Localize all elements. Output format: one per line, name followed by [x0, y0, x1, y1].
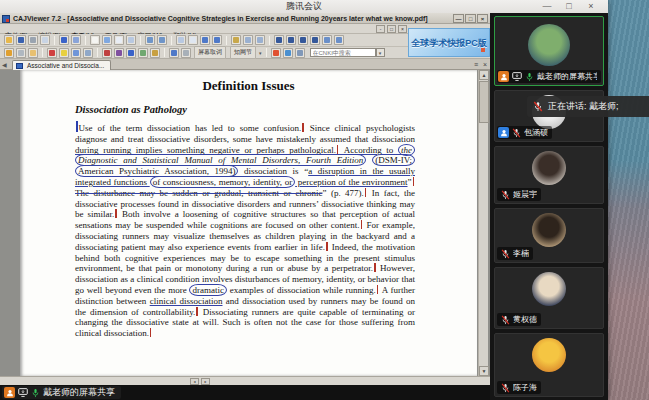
doc-close-button[interactable]: ×	[398, 25, 407, 33]
doc-restore-button[interactable]: □	[387, 25, 396, 33]
cnki-express-banner[interactable]: 全球学术快报PC版	[408, 28, 490, 57]
meeting-close-button[interactable]: ×	[582, 0, 600, 13]
caj-maximize-button[interactable]: □	[465, 14, 476, 23]
zoom-level-icon[interactable]	[188, 35, 198, 45]
avatar	[528, 24, 570, 66]
rotate-left-icon[interactable]	[145, 35, 155, 45]
annotation-caret	[361, 220, 363, 229]
text-segment: ” (p. 477).	[322, 188, 363, 198]
search-dropdown-icon[interactable]: ▾	[376, 48, 385, 57]
text-segment: ”	[408, 177, 412, 187]
print-icon[interactable]	[28, 35, 38, 45]
meeting-maximize-button[interactable]: □	[560, 0, 578, 13]
arrow-tool-icon[interactable]	[126, 48, 136, 58]
caj-status-bar: ◂ ▸	[0, 376, 490, 385]
prev-result-icon[interactable]	[243, 35, 253, 45]
back-view-icon[interactable]	[322, 35, 332, 45]
page-single-icon[interactable]	[90, 35, 100, 45]
mic-on-icon	[525, 72, 534, 82]
dropdown-arrow-icon[interactable]: ▾	[259, 50, 262, 56]
capture-icon[interactable]	[181, 48, 191, 58]
strikeout-tool-icon[interactable]	[114, 48, 124, 58]
save-icon[interactable]	[16, 35, 26, 45]
cnki-search-input[interactable]	[310, 48, 376, 57]
participant-tile[interactable]: 戴老师的屏幕共享	[494, 16, 604, 86]
zoom-in-icon[interactable]	[200, 35, 210, 45]
text-segment: dissociation is “	[238, 166, 308, 176]
hscroll-left-icon[interactable]: ◂	[190, 378, 199, 385]
stamp-icon[interactable]	[150, 48, 160, 58]
text-segment: perception of the environment	[295, 177, 407, 187]
scroll-down-icon[interactable]: ▼	[479, 366, 489, 376]
zoom-out-icon[interactable]	[176, 35, 186, 45]
shape-tool-icon[interactable]	[138, 48, 148, 58]
toolbar-separator	[171, 36, 172, 45]
hand-tool-icon[interactable]	[28, 48, 38, 58]
select-text-icon[interactable]	[4, 48, 14, 58]
page-continuous-icon[interactable]	[114, 35, 124, 45]
next-result-icon[interactable]	[255, 35, 265, 45]
participant-nameplate: 戴老师的屏幕共享	[497, 70, 601, 83]
panel-close-icon[interactable]: ×	[483, 61, 487, 68]
download-icon[interactable]	[283, 48, 293, 58]
avatar	[532, 213, 566, 247]
scroll-up-icon[interactable]: ▲	[479, 70, 489, 80]
undo-icon[interactable]	[59, 35, 69, 45]
page-thumbnail-icon[interactable]	[126, 35, 136, 45]
redo-icon[interactable]	[71, 35, 81, 45]
fullscreen-icon[interactable]	[295, 48, 305, 58]
ocr-icon[interactable]	[169, 48, 179, 58]
next-page-icon[interactable]	[298, 35, 308, 45]
participant-tile[interactable]: 李楠	[494, 208, 604, 263]
pen-icon[interactable]	[47, 48, 57, 58]
select-image-icon[interactable]	[16, 48, 26, 58]
text-segment: dramatic	[189, 284, 226, 296]
meeting-minimize-button[interactable]: —	[538, 0, 556, 13]
toolbar-separator	[164, 48, 165, 57]
hscroll-right-icon[interactable]: ▸	[201, 378, 210, 385]
underline-tool-icon[interactable]	[102, 48, 112, 58]
mic-muted-icon	[512, 128, 521, 138]
toolbar-separator	[85, 36, 86, 45]
forward-view-icon[interactable]	[334, 35, 344, 45]
page-facing-icon[interactable]	[102, 35, 112, 45]
first-page-icon[interactable]	[274, 35, 284, 45]
tab-scroll-left-icon[interactable]: ◀	[2, 61, 7, 68]
email-icon[interactable]	[40, 35, 50, 45]
open-icon[interactable]	[4, 35, 14, 45]
text-segment: The disturbance may be sudden or gradual…	[75, 188, 322, 198]
toolbar-text-button[interactable]: 知网节	[230, 46, 256, 59]
toolbar-text-button[interactable]: 屏幕取词	[194, 46, 226, 59]
document-tab[interactable]: Associative and Dissocia...	[12, 60, 111, 70]
participants-panel: 戴老师的屏幕共享包涵硕姬晨宇李楠黄权德陈子海	[490, 13, 608, 400]
screen: 腾讯会议 — □ × CAJViewer 7.2 - [Associative …	[0, 0, 649, 400]
meeting-bottom-bar: 戴老师的屏幕共享	[0, 385, 490, 400]
annotation-caret	[326, 242, 328, 251]
participant-tile[interactable]: 陈子海	[494, 333, 604, 397]
mic-muted-icon	[501, 383, 510, 393]
sharer-person-icon	[4, 387, 15, 398]
caj-minimize-button[interactable]: —	[453, 14, 464, 23]
text-annotation-icon[interactable]	[83, 48, 93, 58]
mic-muted-icon	[501, 190, 510, 200]
rotate-right-icon[interactable]	[157, 35, 167, 45]
magnifier-icon[interactable]	[212, 35, 222, 45]
caj-close-button[interactable]: ×	[477, 14, 488, 23]
screen-share-icon	[18, 388, 28, 397]
participant-tile[interactable]: 黄权德	[494, 267, 604, 329]
document-tab-label: Associative and Dissocia...	[27, 62, 104, 69]
screen-share-icon	[512, 72, 522, 81]
vertical-scrollbar[interactable]: ▲ ▼	[478, 70, 488, 376]
participant-tile[interactable]: 姬晨宇	[494, 146, 604, 204]
scrollbar-thumb[interactable]	[479, 81, 489, 123]
note-icon[interactable]	[71, 48, 81, 58]
cnki-home-icon[interactable]	[271, 48, 281, 58]
highlighter-icon[interactable]	[59, 48, 69, 58]
meeting-title: 腾讯会议	[286, 1, 322, 11]
find-icon[interactable]	[231, 35, 241, 45]
last-page-icon[interactable]	[310, 35, 320, 45]
prev-page-icon[interactable]	[286, 35, 296, 45]
panel-menu-icon[interactable]: ≡	[474, 61, 478, 68]
doc-minimize-button[interactable]: -	[376, 25, 385, 33]
meeting-window: 腾讯会议 — □ × CAJViewer 7.2 - [Associative …	[0, 0, 608, 400]
